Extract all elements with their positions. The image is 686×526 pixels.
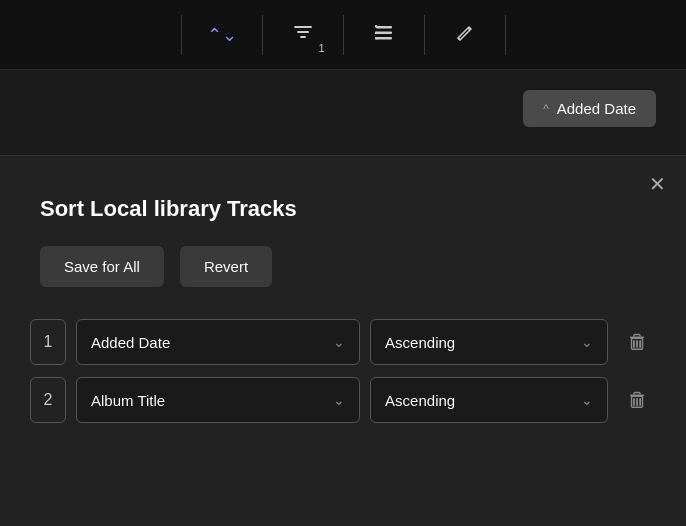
edit-icon	[454, 22, 476, 48]
chevron-down-icon-1b: ⌄	[581, 334, 593, 350]
svg-rect-15	[636, 398, 638, 406]
filter-badge: 1	[318, 42, 324, 54]
svg-rect-10	[636, 340, 638, 348]
sort-modal: ✕ Sort Local library Tracks Save for All…	[0, 155, 686, 526]
close-button[interactable]: ✕	[649, 174, 666, 194]
chevron-down-icon-1a: ⌄	[333, 334, 345, 350]
sort-rows: 1 Added Date ⌄ Ascending ⌄	[0, 319, 686, 423]
sort-row-1-field-select[interactable]: Added Date ⌄	[76, 319, 360, 365]
svg-rect-7	[375, 31, 377, 34]
sort-row-1: 1 Added Date ⌄ Ascending ⌄	[30, 319, 656, 365]
svg-rect-14	[633, 398, 635, 406]
svg-rect-5	[376, 37, 392, 40]
sort-row-2-field-value: Album Title	[91, 392, 165, 409]
modal-title: Sort Local library Tracks	[0, 156, 686, 246]
svg-rect-6	[375, 25, 377, 28]
revert-button[interactable]: Revert	[180, 246, 272, 287]
filter-button[interactable]: 1	[263, 0, 343, 70]
filter-icon	[292, 21, 314, 48]
sort-row-2: 2 Album Title ⌄ Ascending ⌄	[30, 377, 656, 423]
sort-row-1-order-value: Ascending	[385, 334, 455, 351]
svg-rect-16	[639, 398, 641, 406]
sort-button-area: ^ Added Date	[0, 70, 686, 137]
sort-order-icon: ⌃⌄	[207, 24, 237, 46]
sort-row-1-delete-button[interactable]	[618, 323, 656, 361]
sort-active-label: Added Date	[557, 100, 636, 117]
sort-active-button[interactable]: ^ Added Date	[523, 90, 656, 127]
sort-row-1-order-select[interactable]: Ascending ⌄	[370, 319, 608, 365]
svg-rect-9	[633, 340, 635, 348]
sort-row-1-field-value: Added Date	[91, 334, 170, 351]
list-view-button[interactable]	[344, 0, 424, 70]
toolbar-divider-5	[505, 15, 506, 55]
toolbar: ⌃⌄ 1	[0, 0, 686, 70]
sort-row-2-number: 2	[30, 377, 66, 423]
list-icon	[373, 22, 395, 48]
svg-rect-4	[376, 31, 392, 34]
sort-row-2-field-select[interactable]: Album Title ⌄	[76, 377, 360, 423]
modal-actions: Save for All Revert	[0, 246, 686, 319]
svg-rect-8	[375, 37, 377, 40]
sort-row-2-order-select[interactable]: Ascending ⌄	[370, 377, 608, 423]
edit-button[interactable]	[425, 0, 505, 70]
sort-row-2-order-value: Ascending	[385, 392, 455, 409]
trash-icon-1	[626, 331, 648, 353]
sort-row-1-number: 1	[30, 319, 66, 365]
sort-row-2-delete-button[interactable]	[618, 381, 656, 419]
chevron-down-icon-2a: ⌄	[333, 392, 345, 408]
svg-rect-11	[639, 340, 641, 348]
svg-rect-3	[376, 26, 392, 29]
sort-order-button[interactable]: ⌃⌄	[182, 0, 262, 70]
chevron-up-icon: ^	[543, 102, 549, 116]
chevron-down-icon-2b: ⌄	[581, 392, 593, 408]
save-for-all-button[interactable]: Save for All	[40, 246, 164, 287]
trash-icon-2	[626, 389, 648, 411]
